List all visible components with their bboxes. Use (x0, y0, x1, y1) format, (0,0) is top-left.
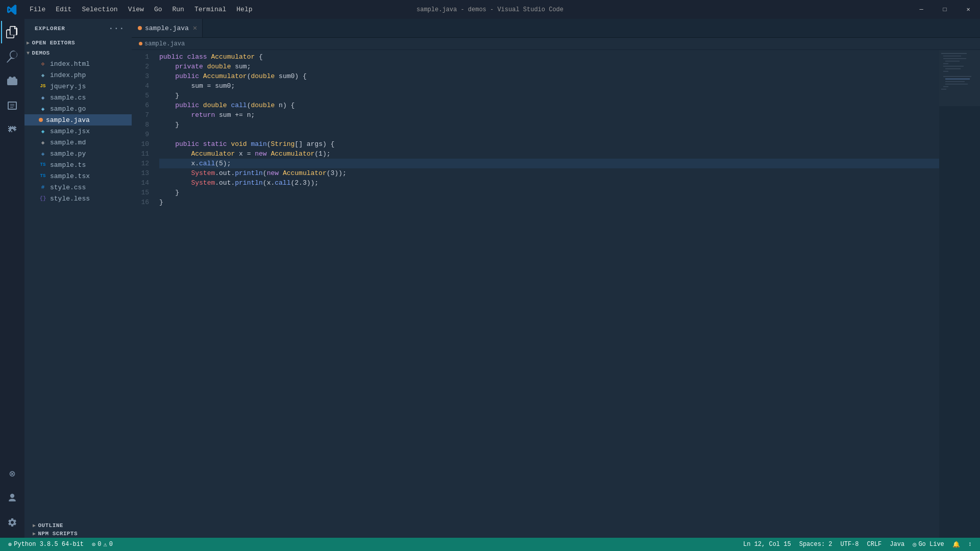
file-sample-cs[interactable]: ◈ sample.cs (24, 92, 132, 103)
menu-view[interactable]: View (123, 0, 149, 19)
search-icon[interactable] (1, 45, 23, 68)
outline-section[interactable]: ▶ OUTLINE (24, 521, 132, 530)
source-control-icon[interactable] (1, 70, 23, 92)
vscode-logo (0, 0, 24, 19)
tab-close-icon[interactable]: ✕ (193, 24, 197, 32)
status-line-ending[interactable]: CRLF (863, 538, 886, 551)
html-file-icon: ◇ (39, 60, 47, 68)
status-spaces[interactable]: Spaces: 2 (795, 538, 837, 551)
activity-bar: ⊗ (0, 19, 24, 538)
titlebar: File Edit Selection View Go Run Terminal… (0, 0, 980, 19)
status-go-live[interactable]: ◎ Go Live (909, 538, 948, 551)
statusbar: ⊗ Python 3.8.5 64-bit ⊙ 0 ⚠ 0 Ln 12, Col… (0, 538, 980, 551)
file-sample-tsx[interactable]: TS sample.tsx (24, 170, 132, 182)
window-title: sample.java - demos - Visual Studio Code (416, 6, 564, 13)
status-notifications[interactable]: 🔔 (948, 538, 964, 551)
code-line-15: } (159, 188, 939, 197)
file-index-php[interactable]: ◆ index.php (24, 69, 132, 81)
file-style-less[interactable]: {} style.less (24, 193, 132, 204)
less-file-icon: {} (39, 194, 47, 203)
maximize-button[interactable]: □ (933, 0, 957, 19)
code-line-2: private double sum; (159, 62, 939, 71)
code-line-14: System.out.println(x.call(2.3)); (159, 178, 939, 188)
line-ending-label: CRLF (867, 541, 882, 548)
file-style-css[interactable]: # style.css (24, 182, 132, 193)
npm-scripts-chevron: ▶ (33, 531, 36, 537)
code-line-6: public double call(double n) { (159, 101, 939, 110)
menu-terminal[interactable]: Terminal (189, 0, 231, 19)
menu-selection[interactable]: Selection (77, 0, 122, 19)
file-sample-go[interactable]: ◈ sample.go (24, 103, 132, 114)
window-controls: ─ □ ✕ (910, 0, 980, 19)
demos-section[interactable]: ▼ DEMOS (24, 48, 132, 58)
editor-area: sample.java ✕ sample.java 12345 678910 1… (132, 19, 980, 538)
js-file-icon: JS (39, 82, 47, 90)
php-file-icon: ◆ (39, 71, 47, 79)
code-line-9 (159, 130, 939, 139)
file-sample-md[interactable]: ◈ sample.md (24, 137, 132, 148)
demos-chevron: ▼ (27, 51, 30, 56)
ts-file-icon: TS (39, 161, 47, 169)
breadcrumb-file-dot (139, 42, 142, 45)
status-warning-count: 0 (109, 541, 113, 548)
md-file-icon: ◈ (39, 138, 47, 146)
sidebar-more-icon[interactable]: ··· (109, 24, 125, 33)
code-line-10: public static void main(String[] args) { (159, 139, 939, 149)
menu-edit[interactable]: Edit (51, 0, 77, 19)
status-python[interactable]: ⊗ Python 3.8.5 64-bit (4, 538, 88, 551)
status-sync[interactable]: ↕ (964, 538, 976, 551)
tab-modified-dot (138, 26, 142, 30)
status-cursor-position[interactable]: Ln 12, Col 15 (739, 538, 795, 551)
npm-scripts-section[interactable]: ▶ NPM SCRIPTS (24, 530, 132, 538)
encoding-label: UTF-8 (841, 541, 859, 548)
file-sample-ts[interactable]: TS sample.ts (24, 159, 132, 170)
code-editor[interactable]: 12345 678910 1112131415 16 public class … (132, 50, 980, 538)
minimize-button[interactable]: ─ (910, 0, 933, 19)
code-line-3: public Accumulator(double sum0) { (159, 71, 939, 81)
code-content[interactable]: public class Accumulator { private doubl… (157, 50, 939, 538)
menu-help[interactable]: Help (231, 0, 257, 19)
menu-run[interactable]: Run (167, 0, 189, 19)
open-editors-section[interactable]: ▶ OPEN EDITORS (24, 38, 132, 48)
menu-go[interactable]: Go (149, 0, 167, 19)
go-file-icon: ◈ (39, 105, 47, 113)
code-line-12: x.call(5); (159, 159, 939, 168)
cursor-position-label: Ln 12, Col 15 (743, 541, 791, 548)
menu-file[interactable]: File (24, 0, 51, 19)
file-index-html[interactable]: ◇ index.html (24, 58, 132, 69)
file-sample-py[interactable]: ◈ sample.py (24, 148, 132, 159)
main-layout: ⊗ Explorer ··· ▶ OPEN EDITORS ▼ (0, 19, 980, 538)
explorer-icon[interactable] (1, 21, 23, 43)
debug-icon[interactable] (1, 94, 23, 117)
file-jquery-js[interactable]: JS jquery.js (24, 81, 132, 92)
status-errors[interactable]: ⊙ 0 ⚠ 0 (88, 538, 117, 551)
code-line-8: } (159, 120, 939, 130)
java-file-dot (39, 118, 43, 122)
file-sample-jsx[interactable]: ◈ sample.jsx (24, 126, 132, 137)
settings-icon[interactable] (1, 511, 23, 534)
close-button[interactable]: ✕ (957, 0, 980, 19)
sidebar-bottom: ▶ OUTLINE ▶ NPM SCRIPTS (24, 521, 132, 538)
breadcrumb-filename[interactable]: sample.java (144, 40, 185, 47)
status-encoding[interactable]: UTF-8 (837, 538, 863, 551)
activity-bar-bottom: ⊗ (1, 462, 23, 538)
error-icon: ⊙ (92, 541, 95, 548)
extensions-icon[interactable] (1, 119, 23, 141)
code-line-5: } (159, 91, 939, 101)
sync-icon: ↕ (968, 541, 972, 548)
code-line-13: System.out.println(new Accumulator(3)); (159, 168, 939, 178)
tsx-file-icon: TS (39, 172, 47, 180)
remote-icon[interactable]: ⊗ (1, 462, 23, 485)
breadcrumb: sample.java (132, 38, 980, 50)
svg-rect-14 (939, 50, 980, 106)
account-icon[interactable] (1, 487, 23, 509)
css-file-icon: # (39, 183, 47, 191)
minimap[interactable] (939, 50, 980, 538)
status-language[interactable]: Java (886, 538, 909, 551)
remote-status-icon: ⊗ (8, 541, 12, 548)
code-line-16: } (159, 197, 939, 207)
file-sample-java[interactable]: sample.java (24, 114, 132, 126)
tab-sample-java[interactable]: sample.java ✕ (132, 19, 203, 37)
sidebar: Explorer ··· ▶ OPEN EDITORS ▼ DEMOS ◇ in… (24, 19, 132, 538)
spaces-label: Spaces: 2 (799, 541, 832, 548)
